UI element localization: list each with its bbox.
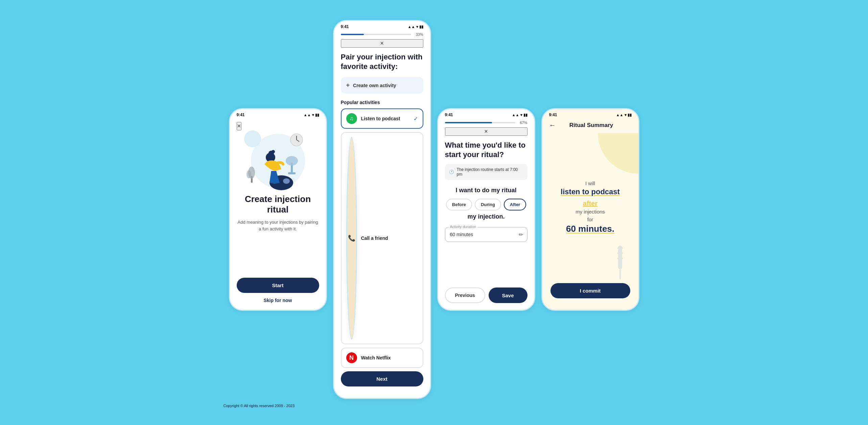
svg-point-12 (272, 150, 275, 153)
time-info: 🕐 The injection routine starts at 7:00 p… (445, 164, 527, 180)
progress-label-2: 33% (414, 32, 423, 36)
time-2: 9:41 (341, 24, 349, 29)
plus-icon: + (346, 82, 350, 89)
phone4-content: I will listen to podcast after my inject… (542, 133, 638, 310)
summary-activity: listen to podcast (550, 188, 630, 196)
two-btn-row: Previous Save (445, 288, 527, 303)
save-button[interactable]: Save (489, 288, 527, 303)
edit-icon[interactable]: ✏ (519, 231, 523, 238)
time-3: 9:41 (445, 112, 453, 117)
notch-2 (369, 21, 396, 28)
close-button-3[interactable]: × (445, 127, 527, 136)
notch-1 (264, 109, 291, 117)
activity-name-netflix: Watch Netflix (361, 355, 418, 360)
svg-point-8 (247, 170, 251, 178)
progress-row-2: 33% (341, 32, 423, 36)
commit-button[interactable]: I commit (550, 283, 630, 298)
create-activity-label: Create own activity (353, 83, 396, 88)
timing-during[interactable]: During (475, 199, 501, 210)
phone-3: 9:41 ▲▲ ▾ ▮▮ 67% × What time you'd like … (437, 108, 535, 311)
summary-after: after (550, 200, 630, 207)
phone4-header: ← Ritual Summary (542, 119, 638, 133)
timing-buttons: Before During After (445, 199, 527, 210)
status-icons-4: ▲▲ ▾ ▮▮ (616, 113, 632, 117)
phone3-title: What time you'd like to start your ritua… (445, 141, 527, 159)
time-4: 9:41 (549, 112, 557, 117)
phone-4: 9:41 ▲▲ ▾ ▮▮ ← Ritual Summary I will lis… (541, 108, 639, 311)
phone-2: 9:41 ▲▲ ▾ ▮▮ 33% × Pair your injection w… (333, 20, 431, 399)
notch-3 (473, 109, 500, 117)
svg-rect-17 (617, 252, 623, 254)
phones-row: 9:41 ▲▲ ▾ ▮▮ × (222, 20, 646, 399)
clock-icon: 🕐 (449, 170, 454, 174)
svg-rect-5 (288, 172, 296, 174)
activity-name-call: Call a friend (361, 235, 418, 241)
duration-value: 60 minutes (450, 232, 473, 237)
summary-i-will: I will (550, 180, 630, 186)
time-1: 9:41 (237, 112, 245, 117)
phone2-title: Pair your injection with favorite activi… (341, 52, 423, 71)
duration-label: Activity duration (449, 225, 478, 229)
previous-button[interactable]: Previous (445, 288, 485, 303)
netflix-icon: N (346, 352, 357, 363)
outer-wrapper: 9:41 ▲▲ ▾ ▮▮ × (214, 11, 654, 414)
spotify-icon: ♫ (346, 113, 357, 124)
summary-text: I will listen to podcast after my inject… (550, 180, 630, 234)
person-illustration (241, 130, 315, 191)
back-button[interactable]: ← (549, 121, 556, 129)
close-button-1[interactable]: × (237, 122, 242, 130)
progress-fill-2 (341, 34, 364, 35)
progress-label-3: 67% (518, 121, 527, 125)
svg-rect-18 (617, 257, 623, 259)
phone1-subtitle: Add meaning to your injections by pairin… (237, 219, 319, 232)
duration-field: Activity duration 60 minutes ✏ (445, 227, 527, 242)
skip-button[interactable]: Skip for now (264, 298, 292, 303)
svg-point-13 (283, 178, 290, 184)
injection-text: my injection. (445, 213, 527, 220)
progress-bar-3 (445, 122, 515, 123)
phone-call-icon: 📞 (346, 137, 357, 340)
progress-bar-2 (341, 34, 411, 35)
progress-row-3: 67% (445, 121, 527, 125)
start-button[interactable]: Start (237, 278, 319, 293)
summary-duration: 60 minutes. (550, 224, 630, 234)
next-button[interactable]: Next (341, 371, 423, 386)
summary-for: for (550, 217, 630, 222)
svg-rect-15 (619, 269, 621, 279)
illustration-1 (241, 130, 315, 191)
create-activity-button[interactable]: + Create own activity (341, 77, 423, 94)
activity-name-podcast: Listen to podcast (361, 116, 409, 121)
phone1-content: × (230, 119, 326, 310)
progress-fill-3 (445, 122, 492, 123)
svg-rect-16 (617, 247, 623, 249)
activity-item-podcast[interactable]: ♫ Listen to podcast ✓ (341, 108, 423, 129)
timing-before[interactable]: Before (446, 199, 472, 210)
popular-label: Popular activities (341, 100, 423, 105)
phone-1: 9:41 ▲▲ ▾ ▮▮ × (229, 108, 327, 311)
bg-decor (598, 133, 638, 174)
syringe-decoration (608, 242, 635, 283)
activity-item-call[interactable]: 📞 Call a friend (341, 132, 423, 344)
ritual-question: I want to do my ritual (445, 187, 527, 194)
time-info-text: The injection routine starts at 7:00 pm (457, 167, 523, 177)
phone2-content: 33% × Pair your injection with favorite … (334, 30, 430, 398)
phone1-title: Create injection ritual (237, 194, 319, 215)
svg-point-4 (286, 156, 298, 166)
status-icons-1: ▲▲ ▾ ▮▮ (304, 113, 319, 117)
activity-item-netflix[interactable]: N Watch Netflix (341, 348, 423, 368)
check-icon-podcast: ✓ (414, 116, 418, 122)
timing-after[interactable]: After (504, 199, 526, 210)
status-icons-2: ▲▲ ▾ ▮▮ (408, 25, 423, 29)
phone4-header-title: Ritual Summary (559, 122, 624, 129)
close-button-2[interactable]: × (341, 39, 423, 48)
status-icons-3: ▲▲ ▾ ▮▮ (512, 113, 527, 117)
copyright: Copyright © All rights reserved 2009 - 2… (222, 404, 295, 408)
notch-4 (577, 109, 604, 117)
phone3-content: 67% × What time you'd like to start your… (438, 119, 534, 310)
summary-my-injections: my injections (550, 209, 630, 215)
